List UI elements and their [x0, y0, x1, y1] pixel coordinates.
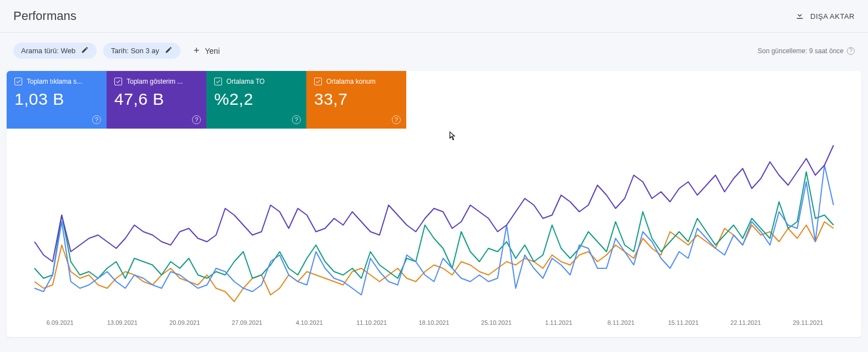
kpi-value: 33,7: [314, 90, 398, 109]
help-icon[interactable]: ?: [292, 115, 301, 124]
x-tick-label: 27.09.2021: [216, 319, 278, 326]
checkbox-checked-icon: [314, 78, 322, 85]
x-tick-label: 29.11.2021: [777, 319, 839, 326]
kpi-card-ctr[interactable]: Ortalama TO %2,2 ?: [206, 71, 306, 129]
cursor-icon: [450, 131, 457, 142]
kpi-card-position[interactable]: Ortalama konum 33,7 ?: [306, 71, 406, 129]
series-position: [34, 222, 834, 302]
export-button[interactable]: DIŞA AKTAR: [795, 11, 855, 22]
series-clicks: [34, 165, 834, 295]
checkbox-checked-icon: [14, 78, 22, 85]
x-tick-label: 18.10.2021: [403, 319, 465, 326]
kpi-label: Toplam tıklama s...: [27, 78, 82, 85]
download-icon: [795, 11, 805, 22]
filter-chip-date[interactable]: Tarih: Son 3 ay: [103, 43, 180, 59]
series-ctr: [34, 172, 834, 278]
pencil-icon: [81, 46, 89, 55]
x-tick-label: 11.10.2021: [341, 319, 403, 326]
filter-chip-search-type[interactable]: Arama türü: Web: [13, 43, 97, 59]
filter-chip-label: Tarih: Son 3 ay: [111, 47, 159, 55]
kpi-card-clicks[interactable]: Toplam tıklama s... 1,03 B ?: [7, 71, 107, 129]
kpi-row: Toplam tıklama s... 1,03 B ? Toplam göst…: [7, 71, 861, 129]
x-tick-label: 6.09.2021: [29, 319, 91, 326]
export-label: DIŞA AKTAR: [810, 12, 855, 21]
chart-area: [7, 129, 861, 317]
kpi-card-impressions[interactable]: Toplam gösterim ... 47,6 B ?: [107, 71, 206, 129]
x-tick-label: 15.11.2021: [652, 319, 714, 326]
performance-line-chart: [29, 140, 839, 317]
chart-x-axis: 6.09.202113.09.202120.09.202127.09.20214…: [7, 317, 861, 326]
kpi-label: Toplam gösterim ...: [127, 78, 183, 85]
plus-icon: +: [194, 45, 200, 57]
x-tick-label: 1.11.2021: [528, 319, 590, 326]
x-tick-label: 20.09.2021: [154, 319, 216, 326]
page-header: Performans DIŞA AKTAR: [0, 0, 868, 33]
x-tick-label: 4.10.2021: [278, 319, 340, 326]
help-icon[interactable]: ?: [392, 115, 401, 124]
checkbox-checked-icon: [214, 78, 222, 85]
kpi-label: Ortalama konum: [326, 78, 376, 85]
x-tick-label: 25.10.2021: [465, 319, 527, 326]
x-tick-label: 8.11.2021: [590, 319, 652, 326]
add-filter-button[interactable]: + Yeni: [194, 45, 220, 57]
x-tick-label: 13.09.2021: [91, 319, 153, 326]
x-tick-label: 22.11.2021: [714, 319, 776, 326]
kpi-label: Ortalama TO: [226, 78, 265, 85]
kpi-value: %2,2: [214, 90, 299, 109]
checkbox-checked-icon: [114, 78, 122, 85]
page-title: Performans: [13, 9, 77, 23]
filter-chips: Arama türü: Web Tarih: Son 3 ay + Yeni: [13, 43, 220, 59]
filters-row: Arama türü: Web Tarih: Son 3 ay + Yeni S…: [0, 33, 868, 64]
last-update: Son güncelleme: 9 saat önce ?: [758, 47, 855, 55]
last-update-text: Son güncelleme: 9 saat önce: [758, 47, 844, 55]
kpi-value: 1,03 B: [14, 90, 99, 109]
series-impressions: [34, 145, 834, 262]
pencil-icon: [165, 46, 173, 55]
add-filter-label: Yeni: [205, 47, 220, 55]
help-icon[interactable]: ?: [192, 115, 201, 124]
kpi-value: 47,6 B: [114, 90, 199, 109]
help-icon[interactable]: ?: [92, 115, 101, 124]
performance-panel: Toplam tıklama s... 1,03 B ? Toplam göst…: [7, 71, 861, 337]
help-icon[interactable]: ?: [847, 47, 855, 55]
filter-chip-label: Arama türü: Web: [21, 47, 75, 55]
